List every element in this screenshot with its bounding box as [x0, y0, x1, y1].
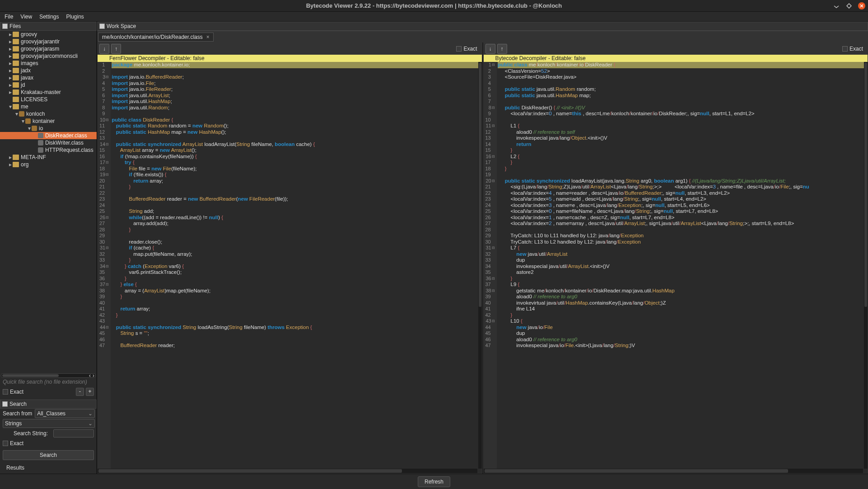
tree-node[interactable]: ▸Krakatau-master	[0, 89, 97, 96]
cls-icon	[38, 147, 43, 153]
folder-icon	[13, 53, 19, 59]
expander-icon[interactable]: ▾	[27, 125, 32, 132]
search-from-combo[interactable]: All_Classes⌄	[35, 409, 95, 418]
tree-node[interactable]: LICENSES	[0, 96, 97, 103]
pane-right-code[interactable]: 1⊟2345678⊟91011⊟1213141516⊟17181920⊟2122…	[484, 62, 868, 473]
tree-label: LICENSES	[21, 96, 47, 103]
expander-icon[interactable]: ▸	[8, 82, 13, 88]
tree-node[interactable]: ▸META-INF	[0, 154, 97, 161]
workspace-header: Work Space	[97, 22, 868, 31]
expander-icon[interactable]: ▸	[8, 89, 13, 95]
tree-node[interactable]: ▸groovyjarjarasm	[0, 45, 97, 52]
tree-expand-button[interactable]: +	[86, 388, 94, 396]
tree-label: jd	[21, 82, 25, 88]
tree-label: groovyjarjarantlr	[21, 38, 60, 45]
tree-node[interactable]: ▸org	[0, 161, 97, 168]
tree-node[interactable]: ▸groovyjarjarantlr	[0, 38, 97, 45]
files-exact-label: Exact	[10, 389, 23, 395]
folder-icon	[13, 39, 19, 44]
pane-left-code[interactable]: 123⊟45678910⊟11121314⊟151617⊟1819⊟202122…	[98, 62, 482, 473]
expander-icon[interactable]: ▸	[8, 161, 13, 168]
expander-icon[interactable]: ▾	[8, 103, 13, 110]
arrow-up-icon[interactable]: ↑	[111, 44, 121, 54]
pane-right-hscroll[interactable]	[484, 469, 863, 473]
tree-collapse-button[interactable]: -	[76, 388, 84, 396]
pane-left-vscroll[interactable]	[478, 62, 482, 469]
tab-bar: me/konloch/kontainer/io/DiskReader.class…	[97, 31, 868, 42]
tree-label: konloch	[26, 111, 45, 117]
titlebar: Bytecode Viewer 2.9.22 - https://bytecod…	[0, 0, 868, 12]
files-exact-checkbox[interactable]	[3, 389, 8, 395]
tree-node[interactable]: ▸images	[0, 60, 97, 67]
expander-icon[interactable]: ▸	[8, 75, 13, 81]
search-header: Search	[0, 400, 97, 409]
arrow-down-icon[interactable]: ↓	[99, 44, 109, 54]
tree-node[interactable]: DiskWriter.class	[0, 139, 97, 146]
tree-node[interactable]: ▾me	[0, 103, 97, 110]
tree-node[interactable]: HTTPRequest.class	[0, 146, 97, 154]
tree-node[interactable]: ▸groovyjarjarcommonscli	[0, 52, 97, 60]
search-exact-label: Exact	[10, 440, 23, 447]
pane-right-exact-checkbox[interactable]	[842, 46, 848, 52]
search-from-label: Search from	[0, 410, 35, 417]
search-exact-checkbox[interactable]	[3, 441, 8, 446]
tree-node[interactable]: ▾kontainer	[0, 118, 97, 125]
menu-plugins[interactable]: Plugins	[64, 13, 87, 21]
window-title: Bytecode Viewer 2.9.22 - https://bytecod…	[0, 2, 868, 9]
tree-label: me	[21, 103, 28, 110]
tree-node[interactable]: ▾konloch	[0, 110, 97, 118]
minimize-icon[interactable]	[833, 2, 840, 9]
expander-icon[interactable]: ▸	[8, 67, 13, 74]
search-type-combo[interactable]: Strings⌄	[3, 419, 95, 428]
quick-file-search[interactable]: Quick file search (no file extension)	[0, 378, 97, 387]
tree-node[interactable]: ▸jd	[0, 81, 97, 89]
tree-node[interactable]: ▸jadx	[0, 67, 97, 74]
tree-label: HTTPRequest.class	[45, 147, 93, 153]
tree-label: DiskWriter.class	[45, 140, 84, 146]
menu-file[interactable]: File	[2, 13, 16, 21]
expander-icon[interactable]: ▸	[8, 46, 13, 52]
refresh-button-label: Refresh	[425, 479, 443, 485]
pane-left-exact-label: Exact	[463, 46, 477, 52]
tab-close-icon[interactable]: ×	[206, 34, 210, 40]
files-header-label: Files	[9, 23, 21, 29]
tree-node[interactable]: ▸javax	[0, 74, 97, 81]
arrow-down-icon[interactable]: ↓	[485, 44, 495, 54]
tab-diskreader[interactable]: me/konloch/kontainer/io/DiskReader.class…	[98, 33, 214, 42]
folder-icon	[13, 162, 19, 167]
expander-icon[interactable]: ▾	[21, 118, 25, 124]
expander-icon[interactable]: ▸	[8, 154, 13, 160]
pane-right-vscroll[interactable]	[864, 62, 868, 469]
cls-icon	[38, 140, 43, 146]
menu-view[interactable]: View	[18, 13, 35, 21]
files-toggle[interactable]	[2, 24, 8, 29]
tree-node[interactable]: DiskReader.class	[0, 132, 97, 139]
arrow-up-icon[interactable]: ↑	[497, 44, 507, 54]
tree-label: groovyjarjarcommonscli	[21, 53, 78, 59]
file-tree[interactable]: ▸groovy▸groovyjarjarantlr▸groovyjarjaras…	[0, 31, 97, 378]
refresh-button[interactable]: Refresh	[418, 476, 450, 487]
expander-icon[interactable]: ▸	[8, 53, 13, 59]
search-toggle[interactable]	[2, 401, 8, 407]
search-button[interactable]: Search	[3, 450, 94, 460]
folder-icon	[13, 46, 19, 52]
expander-icon[interactable]: ▸	[8, 60, 13, 66]
workspace-toggle[interactable]	[99, 24, 105, 29]
tree-node[interactable]: ▾io	[0, 125, 97, 132]
folder-icon	[13, 61, 19, 66]
expander-icon[interactable]: ▸	[8, 31, 13, 38]
pane-left-hscroll[interactable]	[98, 469, 477, 473]
tree-hscroll[interactable]: ‹›	[1, 373, 96, 378]
bottom-bar: Refresh	[0, 474, 868, 489]
expander-icon[interactable]: ▾	[14, 111, 19, 117]
close-icon[interactable]	[858, 2, 865, 9]
tree-node[interactable]: ▸groovy	[0, 31, 97, 38]
maximize-icon[interactable]	[845, 2, 853, 9]
folder-icon	[13, 32, 19, 37]
expander-icon[interactable]: ▸	[8, 38, 13, 45]
menu-settings[interactable]: Settings	[37, 13, 61, 21]
search-string-input[interactable]	[53, 429, 94, 437]
pane-left-toolbar: ↓ ↑ Exact	[98, 43, 482, 55]
pane-left-exact-checkbox[interactable]	[456, 46, 462, 52]
pane-right-title: Bytecode Decompiler - Editable: false	[495, 55, 586, 61]
